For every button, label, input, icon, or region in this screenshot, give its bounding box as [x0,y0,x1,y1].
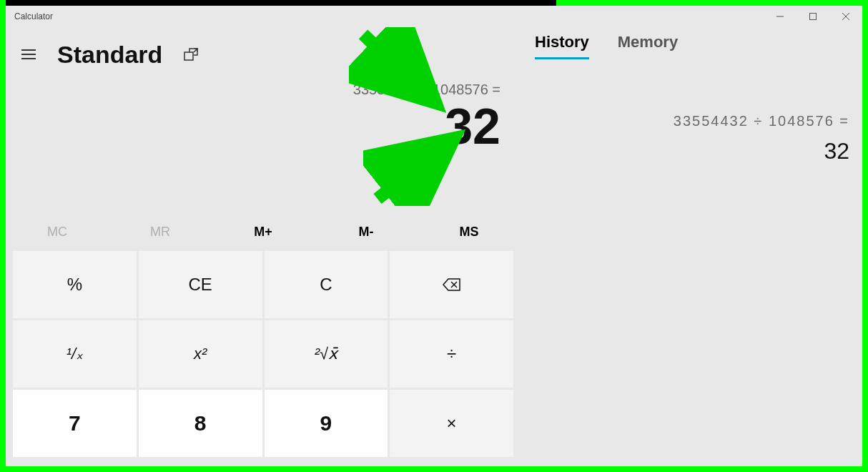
digit-8-key[interactable]: 8 [139,390,262,457]
digit-9-key[interactable]: 9 [265,390,388,457]
close-button[interactable] [829,6,862,27]
history-pane: 33554432 ÷ 1048576 = 32 [521,77,862,466]
keep-on-top-icon[interactable] [179,43,202,66]
tab-history[interactable]: History [535,33,589,59]
percent-key[interactable]: % [13,251,137,318]
expression-display: 33554432 ÷ 1048576 = [6,82,521,98]
square-key[interactable]: x² [139,320,262,388]
side-panel-tabs: History Memory [535,33,678,59]
window-controls [764,6,862,27]
digit-7-key[interactable]: 7 [13,390,137,457]
svg-rect-1 [810,14,817,20]
clear-entry-key[interactable]: CE [139,251,262,318]
square-root-key[interactable]: ²√x̄ [265,320,388,388]
backspace-key[interactable] [390,251,513,318]
reciprocal-key[interactable]: ¹/ₓ [13,320,137,388]
minimize-button[interactable] [764,6,797,27]
divide-key[interactable]: ÷ [390,320,513,388]
calculator-window: Calculator Standard [6,6,862,466]
tab-memory[interactable]: Memory [618,33,678,59]
memory-clear-button[interactable]: MC [6,220,109,244]
maximize-button[interactable] [797,6,829,27]
history-result: 32 [521,138,849,164]
memory-row: MC MR M+ M- MS [6,220,521,251]
history-expression: 33554432 ÷ 1048576 = [521,113,849,129]
memory-plus-button[interactable]: M+ [212,220,315,244]
partial-black-bar [6,0,556,6]
window-title: Calculator [6,11,53,21]
result-display: 32 [6,99,521,154]
history-entry[interactable]: 33554432 ÷ 1048576 = 32 [521,113,849,164]
memory-minus-button[interactable]: M- [315,220,418,244]
titlebar[interactable]: Calculator [6,6,862,27]
backspace-icon [443,278,461,291]
hamburger-menu-icon[interactable] [14,40,43,69]
main-area: 33554432 ÷ 1048576 = 32 MC MR M+ M- MS %… [6,77,862,466]
keypad: % CE C ¹/ₓ x² ²√x̄ ÷ 7 8 9 × [6,251,521,457]
svg-rect-7 [184,52,193,60]
memory-store-button[interactable]: MS [418,220,521,244]
memory-recall-button[interactable]: MR [109,220,212,244]
multiply-key[interactable]: × [390,390,513,457]
clear-key[interactable]: C [265,251,388,318]
calculator-pane: 33554432 ÷ 1048576 = 32 MC MR M+ M- MS %… [6,77,521,466]
mode-title: Standard [57,41,162,69]
header-row: Standard History Memory [6,27,862,77]
